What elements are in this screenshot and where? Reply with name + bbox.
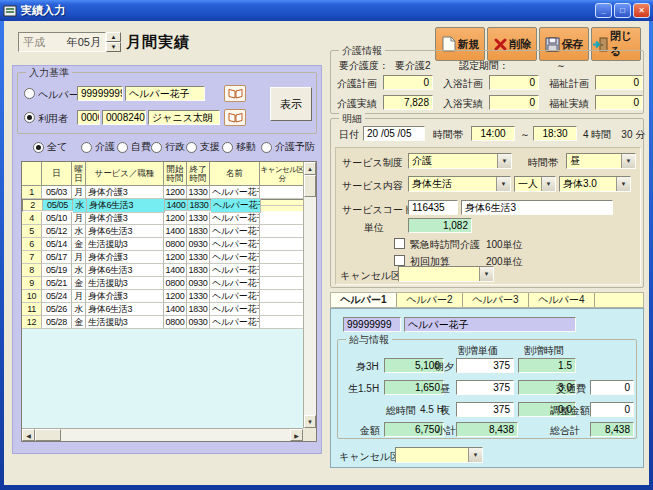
detail-date-field[interactable]: 20 /05 /05	[363, 126, 425, 141]
filter-radio[interactable]	[186, 142, 197, 153]
service-code-field[interactable]: 116435	[408, 200, 458, 215]
cell-name[interactable]: ヘルパー花子	[210, 238, 260, 251]
first-time-checkbox[interactable]	[394, 255, 405, 266]
tab-helper-4[interactable]: ヘルパー4	[529, 293, 595, 307]
cell-day[interactable]: 05/03	[42, 186, 72, 199]
cell-no[interactable]: 7	[22, 251, 42, 264]
cell-end[interactable]: 0930	[187, 238, 210, 251]
helper-radio[interactable]	[24, 88, 35, 99]
bath-actual-field[interactable]: 0	[489, 95, 539, 110]
cell-wd[interactable]: 月	[72, 290, 86, 303]
cell-cancel[interactable]	[260, 277, 305, 290]
minimize-button[interactable]: _	[595, 3, 612, 18]
morning-price-field[interactable]: 375	[456, 358, 514, 373]
table-row[interactable]: 705/17月身体介護312001330ヘルパー花子	[22, 251, 316, 264]
adjust-field[interactable]: 0	[590, 402, 634, 417]
date-spinner[interactable]	[106, 32, 121, 52]
helper-panel-name-field[interactable]: ヘルパー花子	[404, 317, 576, 332]
cell-day[interactable]: 05/17	[42, 251, 72, 264]
cell-end[interactable]: 1330	[187, 186, 210, 199]
cell-end[interactable]: 1330	[187, 212, 210, 225]
cell-service[interactable]: 身体6生活3	[86, 225, 164, 238]
table-row[interactable]: 805/19水身体6生活314001830ヘルパー花子	[22, 264, 316, 277]
close-window-button[interactable]: ✕	[633, 3, 650, 18]
time-end-field[interactable]: 18:30	[533, 126, 577, 141]
spin-up-icon[interactable]	[106, 32, 121, 42]
helper-cancel-select[interactable]	[395, 447, 483, 463]
vertical-scrollbar[interactable]	[303, 162, 316, 428]
maximize-button[interactable]: □	[614, 3, 631, 18]
bath-plan-field[interactable]: 0	[489, 75, 539, 90]
cell-wd[interactable]: 月	[72, 251, 86, 264]
filter-radio[interactable]	[261, 142, 272, 153]
cell-start[interactable]: 0800	[164, 277, 187, 290]
cell-no[interactable]: 11	[22, 303, 42, 316]
helper-id-field[interactable]: 99999999	[77, 86, 123, 101]
cell-no[interactable]: 1	[22, 186, 42, 199]
unit-field[interactable]: 1,082	[408, 218, 472, 233]
scroll-left-icon[interactable]	[22, 429, 35, 441]
cell-wd[interactable]: 水	[72, 303, 86, 316]
filter-option-5[interactable]: 移動	[222, 140, 256, 154]
table-row[interactable]: 105/03月身体介護312001330ヘルパー花子	[22, 186, 316, 199]
filter-option-2[interactable]: 自費	[117, 140, 151, 154]
table-row[interactable]: 505/12水身体6生活314001830ヘルパー花子	[22, 225, 316, 238]
chevron-down-icon[interactable]	[621, 154, 635, 168]
cell-wd[interactable]: 月	[72, 186, 86, 199]
filter-option-6[interactable]: 介護予防	[261, 140, 315, 154]
welfare-plan-field[interactable]: 0	[595, 75, 643, 90]
cell-wd[interactable]: 金	[72, 238, 86, 251]
cell-service[interactable]: 生活援助3	[86, 238, 164, 251]
amount-field[interactable]: 6,750	[384, 422, 444, 437]
care-plan-field[interactable]: 0	[383, 75, 433, 90]
cell-start[interactable]: 0800	[164, 316, 187, 329]
noon-price-field[interactable]: 375	[456, 380, 514, 395]
cell-start[interactable]: 1400	[164, 303, 187, 316]
chevron-down-icon[interactable]	[496, 177, 510, 191]
user-lookup-button[interactable]	[224, 109, 246, 126]
table-row[interactable]: 1105/26水身体6生活314001830ヘルパー花子	[22, 303, 316, 316]
cell-service[interactable]: 生活援助3	[86, 316, 164, 329]
cell-name[interactable]: ヘルパー花子	[210, 290, 260, 303]
cell-name[interactable]: ヘルパー花子	[210, 277, 260, 290]
person-select[interactable]: 一人	[514, 176, 556, 192]
cell-wd[interactable]: 水	[72, 264, 86, 277]
cell-service[interactable]: 身体6生活3	[86, 264, 164, 277]
cell-end[interactable]: 1830	[187, 225, 210, 238]
cell-name[interactable]: ヘルパー花子	[210, 251, 260, 264]
cell-wd[interactable]: 水	[72, 225, 86, 238]
cell-day[interactable]: 05/10	[42, 212, 72, 225]
cell-start[interactable]: 1400	[165, 200, 188, 211]
cell-end[interactable]: 1330	[187, 290, 210, 303]
table-row[interactable]: 1205/28金生活援助308000930ヘルパー花子	[22, 316, 316, 329]
cell-end[interactable]: 1330	[187, 251, 210, 264]
cell-service[interactable]: 身体介護3	[86, 251, 164, 264]
cell-cancel[interactable]	[260, 212, 305, 225]
cell-end[interactable]: 1830	[188, 200, 211, 211]
cell-service[interactable]: 身体介護3	[86, 290, 164, 303]
service-system-select[interactable]: 介護	[408, 153, 512, 169]
cell-start[interactable]: 1200	[164, 186, 187, 199]
chevron-down-icon[interactable]	[497, 154, 511, 168]
cell-wd[interactable]: 月	[72, 212, 86, 225]
cell-day[interactable]: 05/05	[43, 200, 73, 211]
table-row[interactable]: 1005/24月身体介護312001330ヘルパー花子	[22, 290, 316, 303]
cell-name[interactable]: ヘルパー花子	[211, 199, 261, 213]
table-row[interactable]: 205/05水身体6生活314001830ヘルパー花子	[22, 199, 307, 212]
chevron-down-icon[interactable]	[541, 177, 555, 191]
cell-no[interactable]: 12	[22, 316, 42, 329]
filter-radio[interactable]	[222, 142, 233, 153]
date-selector[interactable]: 平成 年05月	[18, 32, 106, 52]
cell-name[interactable]: ヘルパー花子	[210, 303, 260, 316]
time-start-field[interactable]: 14:00	[471, 126, 515, 141]
cell-cancel[interactable]	[260, 238, 305, 251]
filter-option-3[interactable]: 行政	[151, 140, 185, 154]
filter-radio[interactable]	[151, 142, 162, 153]
cell-name[interactable]: ヘルパー花子	[210, 212, 260, 225]
cell-service[interactable]: 身体6生活3	[87, 199, 165, 213]
cell-start[interactable]: 1400	[164, 225, 187, 238]
cell-end[interactable]: 1830	[187, 303, 210, 316]
cell-start[interactable]: 1400	[164, 264, 187, 277]
chevron-down-icon[interactable]	[468, 448, 482, 462]
user-name-field[interactable]: ジャニス太朗	[148, 110, 220, 125]
